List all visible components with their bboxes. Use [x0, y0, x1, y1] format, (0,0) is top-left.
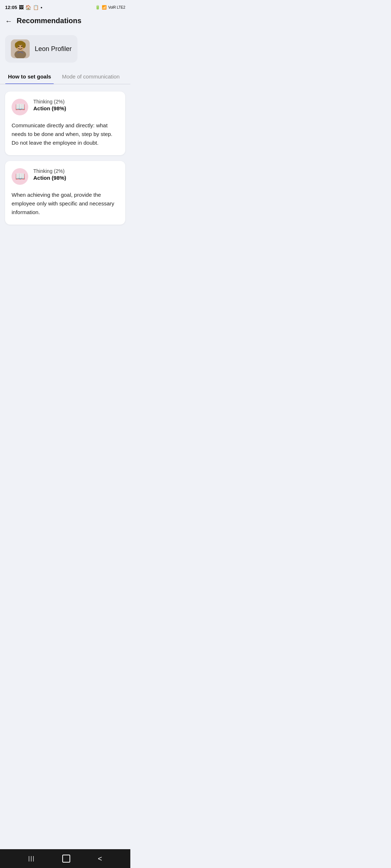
svg-point-5 — [22, 42, 26, 48]
avatar-image — [11, 39, 30, 58]
status-bar: 12:05 🖼 🏠 📋 • 🔋 📶 VolR LTE2 — [0, 0, 130, 13]
home-status-icon: 🏠 — [25, 5, 31, 10]
profile-card[interactable]: Leon Profiler — [5, 35, 77, 63]
bottom-spacer — [0, 232, 130, 258]
svg-point-4 — [15, 42, 18, 48]
action-label-2: Action (98%) — [33, 175, 66, 181]
tabs-scroll: How to set goals Mode of communication F… — [5, 70, 125, 84]
book-icon-2: 📖 — [15, 172, 25, 181]
wifi-icon: 📶 — [102, 5, 107, 10]
status-bar-right: 🔋 📶 VolR LTE2 — [95, 5, 125, 10]
thinking-label-2: Thinking (2%) — [33, 168, 66, 174]
tabs-container: How to set goals Mode of communication F… — [0, 70, 130, 84]
profile-name: Leon Profiler — [35, 45, 72, 53]
action-label-1: Action (98%) — [33, 105, 66, 111]
time-display: 12:05 — [5, 5, 17, 10]
card-2-header: 📖 Thinking (2%) Action (98%) — [12, 168, 119, 185]
battery-icon: 🔋 — [95, 5, 100, 10]
recommendation-card-1: 📖 Thinking (2%) Action (98%) Communicate… — [5, 92, 125, 155]
card-1-header: 📖 Thinking (2%) Action (98%) — [12, 99, 119, 115]
signal-text: VolR LTE2 — [108, 5, 125, 9]
svg-point-6 — [18, 46, 20, 47]
recommendation-card-2: 📖 Thinking (2%) Action (98%) When achiev… — [5, 161, 125, 225]
book-icon-1: 📖 — [15, 102, 25, 112]
card-2-body: When achieving the goal, provide the emp… — [12, 191, 119, 217]
tab-how-to-set-goals[interactable]: How to set goals — [5, 70, 54, 84]
status-bar-left: 12:05 🖼 🏠 📋 • — [5, 5, 42, 10]
thinking-label-1: Thinking (2%) — [33, 99, 66, 105]
book-icon-container-2: 📖 — [12, 168, 28, 185]
avatar — [11, 39, 30, 58]
tab-mode-of-communication[interactable]: Mode of communication — [59, 70, 122, 84]
svg-point-7 — [21, 46, 22, 47]
card-2-labels: Thinking (2%) Action (98%) — [33, 168, 66, 181]
clip-icon: 📋 — [33, 5, 39, 10]
card-1-body: Communicate directly and directly: what … — [12, 121, 119, 147]
dot-icon: • — [41, 5, 42, 10]
back-button[interactable]: ← — [5, 17, 12, 25]
content-area: 📖 Thinking (2%) Action (98%) Communicate… — [0, 84, 130, 232]
page-title: Recommendations — [17, 17, 81, 25]
header: ← Recommendations — [0, 13, 130, 29]
book-icon-container-1: 📖 — [12, 99, 28, 115]
card-1-labels: Thinking (2%) Action (98%) — [33, 99, 66, 111]
photo-icon: 🖼 — [19, 5, 24, 10]
